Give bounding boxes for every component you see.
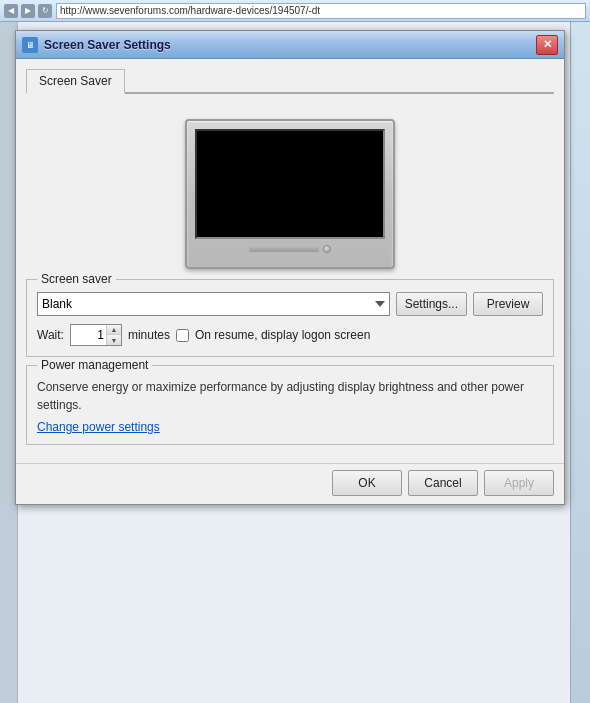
change-power-settings-link[interactable]: Change power settings — [37, 420, 160, 434]
address-bar[interactable]: http://www.sevenforums.com/hardware-devi… — [56, 3, 586, 19]
logon-checkbox[interactable] — [176, 329, 189, 342]
close-button[interactable]: ✕ — [536, 35, 558, 55]
back-icon[interactable]: ◀ — [4, 4, 18, 18]
dialog-icon: 🖥 — [22, 37, 38, 53]
screen-saver-dialog: 🖥 Screen Saver Settings ✕ Screen Saver — [15, 30, 565, 505]
screensaver-section: Screen saver Blank Settings... Preview W… — [26, 279, 554, 357]
dialog-content: Screen Saver Screen saver Bla — [16, 59, 564, 463]
tab-bar: Screen Saver — [26, 67, 554, 94]
address-text: http://www.sevenforums.com/hardware-devi… — [60, 5, 320, 16]
spin-down-button[interactable]: ▼ — [107, 335, 121, 345]
browser-toolbar: ◀ ▶ ↻ http://www.sevenforums.com/hardwar… — [0, 0, 590, 22]
wait-label: Wait: — [37, 328, 64, 342]
forward-icon[interactable]: ▶ — [21, 4, 35, 18]
screensaver-controls-row: Blank Settings... Preview — [37, 292, 543, 316]
power-section: Power management Conserve energy or maxi… — [26, 365, 554, 445]
spin-up-button[interactable]: ▲ — [107, 325, 121, 335]
dialog-title: Screen Saver Settings — [44, 38, 536, 52]
screensaver-select[interactable]: Blank — [37, 292, 390, 316]
settings-button[interactable]: Settings... — [396, 292, 467, 316]
monitor-frame — [185, 119, 395, 269]
monitor-screen — [195, 129, 385, 239]
spinner-buttons: ▲ ▼ — [106, 325, 121, 345]
dialog-wrapper: 🖥 Screen Saver Settings ✕ Screen Saver — [15, 30, 565, 505]
wait-input-wrapper: ▲ ▼ — [70, 324, 122, 346]
side-panel — [570, 22, 590, 703]
monitor-power-button — [323, 245, 331, 253]
monitor-stand — [249, 246, 319, 252]
refresh-icon[interactable]: ↻ — [38, 4, 52, 18]
wait-input[interactable] — [71, 325, 106, 345]
apply-button[interactable]: Apply — [484, 470, 554, 496]
wait-row: Wait: ▲ ▼ minutes On resume, display log… — [37, 324, 543, 346]
preview-button[interactable]: Preview — [473, 292, 543, 316]
browser-nav-icons: ◀ ▶ ↻ — [4, 4, 52, 18]
logon-label[interactable]: On resume, display logon screen — [195, 328, 370, 342]
cancel-button[interactable]: Cancel — [408, 470, 478, 496]
dialog-footer: OK Cancel Apply — [16, 463, 564, 504]
minutes-label: minutes — [128, 328, 170, 342]
title-bar: 🖥 Screen Saver Settings ✕ — [16, 31, 564, 59]
tab-screen-saver[interactable]: Screen Saver — [26, 69, 125, 94]
monitor-base — [195, 245, 385, 253]
monitor-preview — [26, 104, 554, 279]
power-section-label: Power management — [37, 358, 152, 372]
screensaver-section-label: Screen saver — [37, 272, 116, 286]
power-description: Conserve energy or maximize performance … — [37, 378, 543, 414]
ok-button[interactable]: OK — [332, 470, 402, 496]
